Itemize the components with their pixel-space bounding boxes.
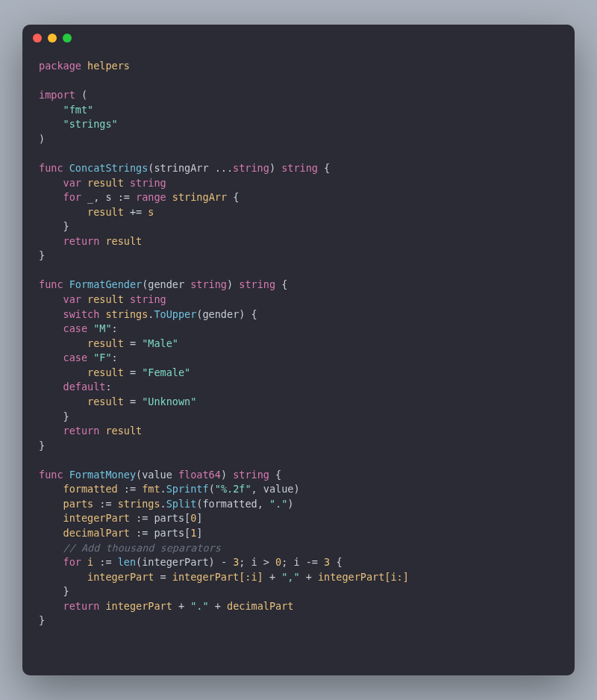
code-token: Sprintf bbox=[166, 483, 209, 495]
code-token: ( bbox=[75, 89, 87, 101]
code-token: func bbox=[39, 469, 63, 481]
code-token: "F" bbox=[87, 351, 112, 363]
code-token: := bbox=[99, 498, 111, 510]
code-token: integerPart bbox=[39, 571, 160, 583]
code-token: ) bbox=[269, 162, 281, 174]
code-token: "%.2f" bbox=[215, 483, 251, 495]
code-token: string bbox=[233, 469, 269, 481]
code-token: := bbox=[99, 556, 111, 568]
code-token: result bbox=[39, 337, 130, 349]
code-token: strings bbox=[99, 308, 148, 320]
code-token: . bbox=[160, 498, 166, 510]
code-token: ) bbox=[287, 498, 293, 510]
code-token: result bbox=[81, 293, 130, 305]
code-token: . bbox=[160, 483, 166, 495]
minimize-icon[interactable] bbox=[48, 34, 57, 43]
code-token: } bbox=[39, 440, 45, 451]
titlebar bbox=[22, 25, 575, 51]
code-token: = bbox=[130, 337, 136, 349]
code-token: parts bbox=[39, 498, 99, 510]
code-token: Split bbox=[166, 498, 197, 510]
code-token: } bbox=[39, 410, 69, 422]
code-token: : bbox=[112, 351, 118, 363]
code-token: func bbox=[39, 162, 63, 174]
code-token: ; i bbox=[281, 556, 306, 568]
code-token: = bbox=[160, 571, 166, 583]
code-token: } bbox=[39, 585, 69, 597]
code-token: "." bbox=[184, 600, 209, 612]
code-token: string bbox=[130, 177, 166, 189]
code-token: fmt bbox=[136, 483, 160, 495]
code-token: stringArr bbox=[166, 191, 227, 203]
code-token: , value) bbox=[251, 483, 300, 495]
code-window: package helpers import ( "fmt" "strings"… bbox=[22, 25, 575, 675]
code-token: parts[ bbox=[148, 527, 190, 539]
code-token: s bbox=[142, 206, 154, 218]
code-token: _, s bbox=[81, 191, 118, 203]
code-token: string bbox=[233, 162, 269, 174]
code-token: func bbox=[39, 278, 63, 290]
maximize-icon[interactable] bbox=[63, 34, 72, 43]
code-token: i bbox=[81, 556, 99, 568]
code-token: switch bbox=[39, 308, 99, 320]
code-token: ; i bbox=[239, 556, 263, 568]
code-token: case bbox=[39, 322, 87, 334]
code-token: + bbox=[300, 571, 312, 583]
code-token: return bbox=[39, 600, 99, 612]
code-comment: // Add thousand separators bbox=[39, 542, 221, 554]
code-token: + bbox=[269, 571, 275, 583]
code-token: -= bbox=[306, 556, 318, 568]
code-token: result bbox=[99, 235, 142, 247]
code-token: package bbox=[39, 60, 81, 72]
code-token: + bbox=[178, 600, 184, 612]
code-token: integerPart bbox=[99, 600, 178, 612]
code-token: += bbox=[130, 206, 142, 218]
code-token: ) bbox=[227, 278, 239, 290]
code-token: = bbox=[130, 366, 136, 378]
code-token: result bbox=[81, 177, 130, 189]
code-token: import bbox=[39, 89, 75, 101]
code-token: { bbox=[269, 469, 281, 481]
code-token: } bbox=[39, 614, 45, 626]
code-token: ) bbox=[221, 469, 233, 481]
code-token: (formatted, bbox=[196, 498, 269, 510]
code-token: "Female" bbox=[136, 366, 190, 378]
code-token: : bbox=[112, 322, 118, 334]
code-content: package helpers import ( "fmt" "strings"… bbox=[22, 51, 575, 645]
code-token: { bbox=[318, 162, 330, 174]
code-token: integerPart[:i] bbox=[166, 571, 269, 583]
code-token: range bbox=[130, 191, 166, 203]
code-token: ) bbox=[39, 133, 45, 145]
code-token: "fmt" bbox=[39, 104, 93, 116]
code-token: - bbox=[221, 556, 227, 568]
code-token: { bbox=[330, 556, 342, 568]
code-token: strings bbox=[112, 498, 160, 510]
code-token: = bbox=[130, 396, 136, 407]
code-token: "strings" bbox=[39, 118, 118, 130]
code-token: var bbox=[39, 293, 81, 305]
code-token: decimalPart bbox=[39, 527, 136, 539]
code-token: ConcatStrings bbox=[63, 162, 149, 174]
code-token: var bbox=[39, 177, 81, 189]
code-token: string bbox=[130, 293, 166, 305]
code-token: : bbox=[105, 381, 111, 393]
code-token: result bbox=[39, 366, 130, 378]
code-token: string bbox=[281, 162, 318, 174]
code-token: FormatMoney bbox=[63, 469, 137, 481]
code-token: parts[ bbox=[148, 512, 190, 524]
code-token: "," bbox=[275, 571, 300, 583]
code-token: } bbox=[39, 220, 69, 232]
code-token: 0 bbox=[269, 556, 281, 568]
code-token: ToUpper bbox=[154, 308, 196, 320]
code-token: := bbox=[118, 191, 130, 203]
code-token: default bbox=[39, 381, 105, 393]
code-token: (integerPart) bbox=[136, 556, 221, 568]
code-token: len bbox=[112, 556, 137, 568]
code-token: (value bbox=[136, 469, 178, 481]
code-token: 3 bbox=[227, 556, 239, 568]
code-token: string bbox=[190, 278, 227, 290]
close-icon[interactable] bbox=[33, 34, 42, 43]
code-token: return bbox=[39, 425, 99, 437]
code-token: case bbox=[39, 351, 87, 363]
code-token: (stringArr ... bbox=[148, 162, 233, 174]
